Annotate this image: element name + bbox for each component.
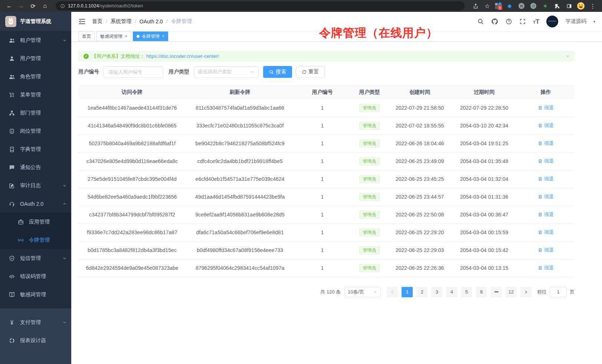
sidebar-item-errcode[interactable]: 错误码管理 (0, 267, 71, 285)
reset-button[interactable]: 重置 (296, 66, 325, 78)
audit-log-icon (9, 183, 15, 189)
breadcrumb-item[interactable]: OAuth 2.0 (140, 19, 163, 24)
page-button-5[interactable]: 5 (461, 287, 472, 297)
force-logout-button[interactable]: 强退 (538, 122, 554, 129)
sidebar-item-audit[interactable]: 审计日志 (0, 176, 71, 195)
column-header: 刷新令牌 (186, 85, 294, 99)
sidebar-item-user[interactable]: 用户管理 (0, 49, 71, 67)
page-size-select[interactable]: 10条/页 (344, 287, 380, 297)
browser-toolbar: ← → ⟳ ⌂ 127.0.0.1:1024/system/oauth2/tok… (0, 0, 602, 12)
app-title: 芋道管理系统 (20, 18, 51, 25)
tab-close-icon[interactable]: × (162, 34, 164, 39)
sidebar-item-sensitive[interactable]: 敏感词管理 (0, 285, 71, 304)
page-button-12[interactable]: 12 (506, 287, 517, 297)
sidebar-item-menu[interactable]: 菜单管理 (0, 86, 71, 104)
force-logout-label: 强退 (544, 140, 554, 147)
user-avatar[interactable] (546, 16, 558, 27)
search-icon[interactable] (477, 18, 484, 25)
sidebar-item-report[interactable]: 报表设计器 (0, 331, 71, 350)
github-icon[interactable] (491, 18, 498, 25)
chevron-left-icon (390, 290, 395, 294)
user-id-cell: 1 (294, 206, 351, 224)
force-logout-button[interactable]: 强退 (538, 247, 554, 254)
star-extension-icon[interactable]: ✶ (540, 1, 550, 11)
app-logo-bar[interactable]: 芋道管理系统 (0, 12, 71, 31)
page-button-1[interactable]: 1 (402, 287, 413, 297)
breadcrumb-item[interactable]: 系统管理 (111, 18, 131, 25)
profile-avatar-icon[interactable] (576, 1, 586, 11)
page-button-6[interactable]: 6 (476, 287, 487, 297)
search-button[interactable]: 搜索 (263, 66, 292, 78)
action-cell: 强退 (517, 188, 575, 206)
user-type-cell: 管理员 (351, 117, 388, 135)
recorder-extension-icon[interactable] (529, 1, 538, 11)
user-name[interactable]: 芋道源码 (565, 18, 586, 25)
share-icon[interactable] (471, 1, 480, 11)
force-logout-button[interactable]: 强退 (538, 265, 554, 271)
tag-view-tab[interactable]: 敏感词管理× (96, 32, 131, 41)
sidebar-fold-icon[interactable] (78, 17, 86, 26)
next-page-button[interactable] (520, 287, 531, 297)
browser-menu-icon[interactable]: ⋮ (588, 1, 598, 11)
sidebar-item-oauth2[interactable]: OAuth 2.0 (0, 195, 71, 213)
trash-icon (538, 230, 543, 235)
page-button-3[interactable]: 3 (431, 287, 442, 297)
user-menu-caret-icon[interactable]: ▾ (593, 19, 595, 24)
tag-view-tab[interactable]: 令牌管理× (133, 32, 168, 41)
table-row: 1ea5e44f8bc1467aaede43144f31de76811c5304… (78, 99, 575, 117)
sidebar-item-pay[interactable]: 支付管理 (0, 313, 71, 331)
browser-back-icon[interactable]: ← (4, 1, 14, 11)
side-panel-icon[interactable] (564, 1, 574, 11)
more-pages-button[interactable]: ••• (491, 287, 502, 297)
doc-link[interactable]: https://doc.iocoder.cn/user-center/ (146, 53, 219, 59)
sidebar-item-role[interactable]: 角色管理 (0, 67, 71, 86)
extension-cluster-icon[interactable]: 9 (494, 2, 503, 10)
sidebar-item-post[interactable]: 岗位管理 (0, 122, 71, 140)
force-logout-button[interactable]: 强退 (538, 229, 554, 236)
sidebar-item-sms[interactable]: 短信管理 (0, 249, 71, 267)
force-logout-button[interactable]: 强退 (538, 105, 554, 111)
gem-extension-icon[interactable]: ◆ (505, 1, 514, 11)
access-token-cell: c347026e805e4d99b0d116eae66eda8c (78, 152, 186, 170)
force-logout-button[interactable]: 强退 (538, 211, 554, 218)
sidebar-item-dept[interactable]: 部门管理 (0, 104, 71, 122)
force-logout-button[interactable]: 强退 (538, 193, 554, 200)
sidebar-item-notice[interactable]: 通知公告 (0, 158, 71, 176)
page-button-2[interactable]: 2 (416, 287, 428, 297)
fullscreen-icon[interactable] (519, 18, 526, 25)
force-logout-button[interactable]: 强退 (538, 140, 554, 147)
user-type-select[interactable]: 请选择用户类型 (194, 66, 259, 78)
chevron-down-icon (62, 183, 67, 188)
sidebar-item-dict[interactable]: 字典管理 (0, 140, 71, 158)
sidebar-item-oauth2-app[interactable]: 应用管理 (0, 213, 71, 231)
tag-view-tab[interactable]: 首页 (78, 32, 95, 41)
force-logout-button[interactable]: 强退 (538, 176, 554, 182)
help-icon[interactable] (506, 18, 512, 25)
puzzle-extensions-icon[interactable] (552, 1, 562, 11)
font-size-icon[interactable]: TT (533, 19, 539, 25)
table-row: b0d1785bc3a8482f812db4a3f3bd15ecb0df4980… (78, 241, 575, 259)
browser-reload-icon[interactable]: ⟳ (28, 1, 38, 11)
browser-home-icon[interactable]: ⌂ (40, 1, 50, 11)
user-type-badge: 管理员 (359, 193, 380, 201)
sidebar-item-tenant[interactable]: 租户管理 (0, 31, 71, 49)
command-extension-icon[interactable]: ⌘ (517, 1, 526, 11)
page-button-4[interactable]: 4 (446, 287, 457, 297)
badge-icon (9, 128, 15, 134)
goto-suffix: 页 (570, 289, 575, 295)
bookmark-star-icon[interactable]: ☆ (482, 1, 492, 11)
column-header: 操作 (517, 85, 575, 99)
sidebar-item-oauth2-token[interactable]: A令牌管理 (0, 231, 71, 249)
force-logout-button[interactable]: 强退 (538, 158, 554, 165)
tab-close-icon[interactable]: × (125, 34, 127, 39)
sidebar-item-label: 审计日志 (20, 182, 57, 189)
alert-close-icon[interactable]: × (566, 53, 569, 59)
user-id-input[interactable] (104, 66, 163, 78)
user-type-cell: 管理员 (351, 188, 388, 206)
breadcrumb-item[interactable]: 首页 (92, 18, 102, 25)
site-info-icon[interactable] (60, 4, 65, 9)
address-bar[interactable]: 127.0.0.1:1024/system/oauth2/token (56, 1, 465, 10)
browser-forward-icon[interactable]: → (16, 1, 26, 11)
goto-page-input[interactable] (550, 287, 567, 297)
prev-page-button[interactable] (387, 287, 398, 297)
